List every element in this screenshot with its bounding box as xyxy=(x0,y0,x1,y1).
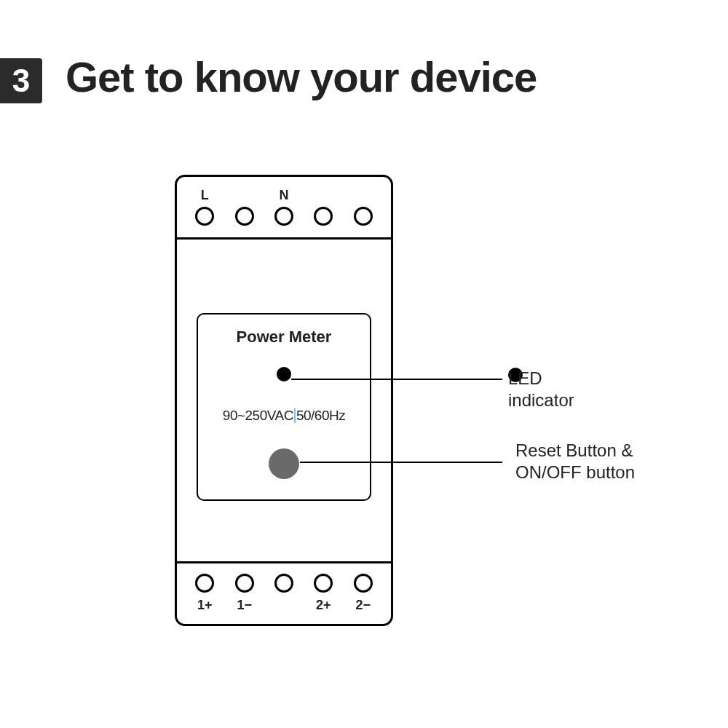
step-badge: 3 xyxy=(0,58,42,103)
terminal-icon xyxy=(235,574,254,593)
top-terminal-row xyxy=(175,207,393,226)
terminal-icon xyxy=(314,207,333,226)
spec-voltage: 90~250VAC xyxy=(223,408,293,423)
device-diagram: L N Power Meter 90~250VAC50/60Hz xyxy=(175,175,393,626)
spec-freq: 50/60Hz xyxy=(296,408,345,423)
step-number: 3 xyxy=(12,63,30,99)
terminal-icon xyxy=(274,207,293,226)
terminal-label xyxy=(235,188,254,203)
bottom-terminal-row xyxy=(175,574,393,593)
chassis-divider-bottom xyxy=(177,561,391,563)
callout-reset-line2: ON/OFF button xyxy=(515,462,635,482)
terminal-label: 2+ xyxy=(314,598,333,613)
terminal-icon xyxy=(235,207,254,226)
led-indicator-icon xyxy=(277,367,291,381)
terminal-icon xyxy=(314,574,333,593)
terminal-label xyxy=(314,188,333,203)
callout-led: LED indicator xyxy=(508,368,523,382)
terminal-label xyxy=(354,188,373,203)
device-face-title: Power Meter xyxy=(198,328,370,347)
device-spec-text: 90~250VAC50/60Hz xyxy=(198,408,370,424)
terminal-icon xyxy=(195,574,214,593)
top-terminal-labels: L N xyxy=(175,188,393,203)
terminal-label: 1+ xyxy=(195,598,214,613)
terminal-icon xyxy=(354,574,373,593)
terminal-label: 1− xyxy=(235,598,254,613)
leader-line xyxy=(300,462,502,463)
terminal-label: 2− xyxy=(354,598,373,613)
terminal-label xyxy=(274,598,293,613)
chassis-divider-top xyxy=(177,237,391,240)
leader-line xyxy=(291,379,502,380)
terminal-icon xyxy=(274,574,293,593)
callout-reset: Reset Button & ON/OFF button xyxy=(515,440,705,483)
terminal-label: N xyxy=(274,188,293,203)
callout-reset-line1: Reset Button & xyxy=(515,440,633,460)
reset-button-icon xyxy=(269,448,299,479)
terminal-icon xyxy=(354,207,373,226)
device-face-panel: Power Meter 90~250VAC50/60Hz xyxy=(197,313,371,501)
bottom-terminal-labels: 1+ 1− 2+ 2− xyxy=(175,598,393,613)
terminal-icon xyxy=(195,207,214,226)
spec-divider-icon xyxy=(294,408,296,423)
page-title: Get to know your device xyxy=(66,52,537,101)
terminal-label: L xyxy=(195,188,214,203)
